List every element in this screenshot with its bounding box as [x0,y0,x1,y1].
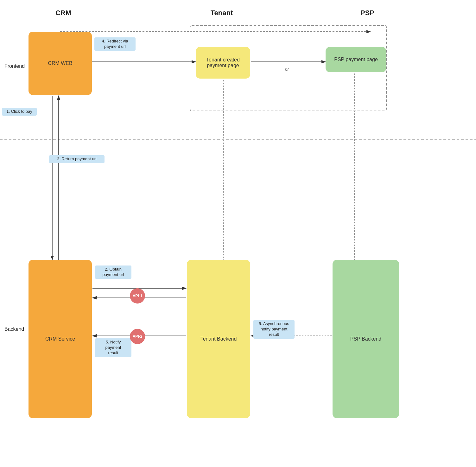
psp-backend-box: PSP Backend [333,260,399,418]
psp-payment-page-label: PSP payment page [334,57,378,62]
backend-label: Backend [4,326,24,332]
tenant-header: Tenant [190,9,253,17]
label-click-to-pay: 1. Click to pay [2,108,37,116]
tenant-backend-box: Tenant Backend [187,260,250,418]
frontend-label: Frontend [4,63,25,69]
crm-web-label: CRM WEB [48,61,72,66]
api2-badge: API-2 [130,329,145,344]
crm-web-box: CRM WEB [29,32,92,95]
label-obtain-payment-url: 2. Obtain payment url [95,265,131,279]
label-redirect: 4. Redirect via payment url [94,37,136,51]
api1-badge: API-1 [130,288,145,304]
psp-payment-page-box: PSP payment page [326,47,386,72]
label-async-notify: 5. Asynchronous notify payment result [253,320,295,339]
crm-service-label: CRM Service [45,336,75,342]
tenant-payment-page-label: Tenant created payment page [206,57,240,68]
label-return-payment-url: 3. Return payment url [49,155,105,163]
tenant-payment-page-box: Tenant created payment page [196,47,250,79]
label-notify-payment-result: 5. Notify payment result [95,338,131,357]
psp-backend-label: PSP Backend [350,336,381,342]
crm-service-box: CRM Service [29,260,92,418]
psp-header: PSP [336,9,399,17]
or-text: or [285,67,289,72]
diagram: CRM Tenant PSP Frontend Backend CRM WEB … [0,0,476,467]
crm-header: CRM [32,9,95,17]
tenant-backend-label: Tenant Backend [200,336,237,342]
